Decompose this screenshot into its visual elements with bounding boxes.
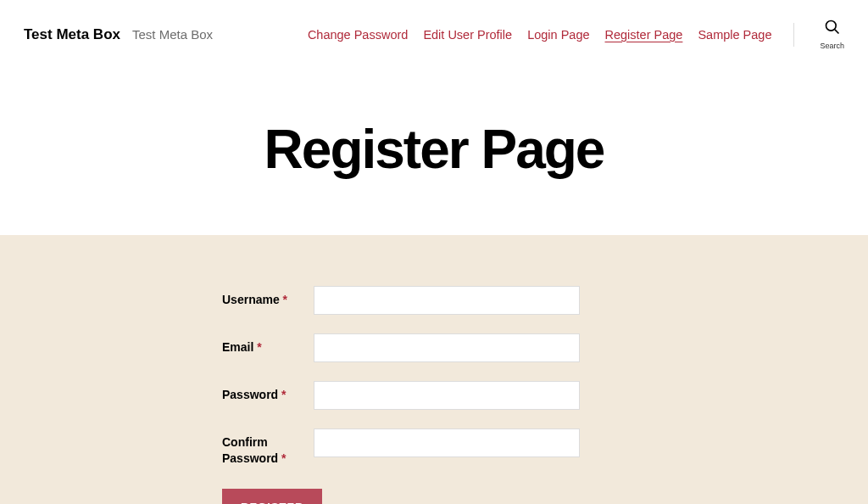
password-input[interactable]: [314, 381, 580, 410]
password-input-col: [314, 381, 663, 410]
field-row-password: Password *: [222, 381, 663, 410]
confirm-password-label-col: Confirm Password *: [222, 428, 314, 467]
field-row-email: Email *: [222, 333, 663, 362]
register-button[interactable]: REGISTER: [222, 489, 322, 504]
svg-point-0: [826, 21, 836, 31]
page-title-area: Register Page: [0, 69, 868, 235]
field-row-username: Username *: [222, 286, 663, 315]
email-label-col: Email *: [222, 333, 314, 356]
username-label-col: Username *: [222, 286, 314, 308]
email-input[interactable]: [314, 333, 580, 362]
username-input-col: [314, 286, 663, 315]
nav-register-page[interactable]: Register Page: [605, 28, 683, 42]
confirm-password-input-col: [314, 428, 663, 457]
required-mark: *: [281, 388, 286, 401]
nav-sample-page[interactable]: Sample Page: [698, 28, 771, 42]
site-title[interactable]: Test Meta Box: [24, 26, 120, 43]
nav-divider: [793, 23, 794, 47]
register-form: Username * Email * Password *: [205, 286, 663, 504]
primary-nav: Change Password Edit User Profile Login …: [308, 19, 844, 50]
svg-line-1: [835, 30, 839, 34]
search-toggle[interactable]: Search: [820, 19, 844, 50]
username-input[interactable]: [314, 286, 580, 315]
page-title: Register Page: [0, 118, 868, 181]
required-mark: *: [283, 293, 287, 306]
required-mark: *: [281, 451, 286, 465]
search-icon: [824, 19, 841, 39]
nav-edit-user-profile[interactable]: Edit User Profile: [423, 28, 512, 42]
confirm-password-input[interactable]: [314, 428, 580, 457]
password-label-col: Password *: [222, 381, 314, 403]
password-label: Password: [222, 388, 278, 401]
site-header: Test Meta Box Test Meta Box Change Passw…: [0, 0, 868, 69]
email-label: Email: [222, 340, 253, 354]
nav-change-password[interactable]: Change Password: [308, 28, 409, 42]
username-label: Username: [222, 293, 280, 306]
search-label: Search: [820, 42, 844, 50]
email-input-col: [314, 333, 663, 362]
field-row-confirm-password: Confirm Password *: [222, 428, 663, 467]
confirm-password-label: Confirm Password: [222, 435, 278, 465]
form-section: Username * Email * Password *: [0, 235, 868, 504]
site-tagline: Test Meta Box: [132, 27, 213, 42]
required-mark: *: [257, 340, 261, 354]
nav-login-page[interactable]: Login Page: [527, 28, 589, 42]
